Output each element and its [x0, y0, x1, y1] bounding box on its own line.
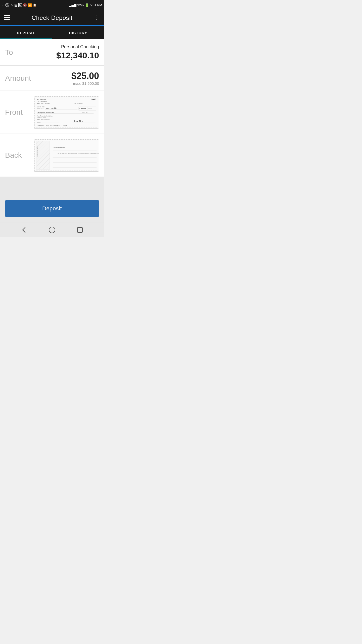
tab-history[interactable]: HISTORY: [52, 26, 104, 39]
svg-rect-49: [77, 227, 82, 232]
tab-deposit[interactable]: DEPOSIT: [0, 26, 52, 39]
home-circle-icon: [49, 226, 56, 233]
deposit-button[interactable]: Deposit: [5, 200, 99, 217]
svg-text:John Smith: John Smith: [45, 107, 56, 110]
recents-nav-button[interactable]: [74, 224, 85, 235]
svg-text:Jane Doe: Jane Doe: [74, 120, 83, 123]
amount-info: $25.00 max: $1,500.00: [71, 71, 99, 86]
svg-text:MEMO: MEMO: [37, 122, 40, 123]
bottom-area: Deposit: [0, 177, 104, 222]
back-row[interactable]: Back: [0, 134, 104, 177]
app-bar: Check Deposit ⋮: [0, 10, 104, 26]
svg-text:ENDORSE HERE: ENDORSE HERE: [36, 145, 38, 156]
battery-percent: 92%: [77, 3, 84, 7]
tab-bar: DEPOSIT HISTORY: [0, 26, 104, 39]
svg-text:Twenty-five and 0/100: Twenty-five and 0/100: [37, 111, 54, 113]
home-nav-button[interactable]: [47, 224, 58, 235]
back-nav-button[interactable]: [19, 224, 30, 235]
front-label: Front: [5, 108, 23, 116]
svg-text:PAY TO THE: PAY TO THE: [37, 106, 44, 108]
svg-text:Beach Town, CA 10045: Beach Town, CA 10045: [37, 119, 50, 120]
battery-icon: 🔋: [85, 3, 89, 7]
recents-square-icon: [76, 226, 83, 233]
status-icons-right: ▂▄▆ 92% 🔋 5:51 PM: [69, 3, 102, 7]
more-options-button[interactable]: ⋮: [94, 15, 100, 21]
account-name: Personal Checking: [56, 44, 99, 50]
amount-value: $25.00: [71, 71, 99, 81]
notification-icon: ···: [2, 4, 4, 7]
nfc-icon: N: [18, 3, 22, 7]
front-check-image[interactable]: Ms. Jane Doe 1234 Some Street Beach Town…: [34, 96, 99, 129]
svg-text:1000: 1000: [91, 98, 96, 101]
hamburger-line-3: [4, 19, 10, 20]
svg-text:DOLLARS: DOLLARS: [82, 112, 88, 113]
svg-text:$: $: [79, 108, 80, 109]
svg-text:Beach Town, CA 10045: Beach Town, CA 10045: [37, 103, 50, 104]
svg-text:For Mobile Deposit: For Mobile Deposit: [53, 146, 65, 148]
svg-text:Your Financial Institution: Your Financial Institution: [37, 115, 53, 117]
svg-text:Ms. Jane Doe: Ms. Jane Doe: [37, 99, 46, 100]
to-label: To: [5, 48, 13, 57]
wifi-icon: 📶: [28, 3, 32, 7]
account-info: Personal Checking $12,340.10: [56, 44, 99, 60]
status-icons-left: ··· % ⚠ ⬓ N 🔇 📶 📋: [2, 3, 36, 7]
hamburger-line-2: [4, 17, 10, 18]
to-row[interactable]: To Personal Checking $12,340.10: [0, 39, 104, 66]
svg-text:c000000186c  000000529c  1000: c000000186c 000000529c 1000: [37, 125, 67, 127]
svg-text:1234 Some Street: 1234 Some Street: [37, 101, 47, 102]
amount-row[interactable]: Amount $25.00 max: $1,500.00: [0, 66, 104, 91]
amount-max: max: $1,500.00: [71, 81, 99, 86]
mute-icon: 🔇: [23, 3, 27, 7]
front-row[interactable]: Front Ms. Jane Doe 1234 Some Street Beac…: [0, 91, 104, 134]
svg-text:324 Same Street: 324 Same Street: [37, 117, 46, 118]
signal-bars: ▂▄▆: [69, 3, 76, 7]
percent-icon: %: [5, 3, 9, 7]
back-check-image[interactable]: ENDORSE HERE For Mobile Deposit DO NOT W…: [34, 139, 99, 172]
amount-label: Amount: [5, 74, 31, 83]
deposit-form: To Personal Checking $12,340.10 Amount $…: [0, 39, 104, 177]
back-arrow-icon: [21, 226, 28, 233]
svg-text:DIGITS: DIGITS: [88, 108, 93, 109]
nav-bar: [0, 222, 104, 237]
bluetooth-icon: ⬓: [14, 3, 17, 7]
file-icon: 📋: [33, 4, 36, 7]
svg-rect-27: [88, 107, 88, 110]
app-title: Check Deposit: [32, 14, 73, 21]
svg-text:July 29, 2020: July 29, 2020: [74, 102, 83, 104]
svg-point-48: [49, 227, 55, 233]
status-bar: ··· % ⚠ ⬓ N 🔇 📶 📋 ▂▄▆ 92% 🔋 5:51 PM: [0, 0, 104, 10]
svg-text:ORDER OF: ORDER OF: [37, 108, 44, 109]
account-balance: $12,340.10: [56, 51, 99, 60]
svg-text:25.00: 25.00: [81, 107, 86, 110]
back-label: Back: [5, 151, 22, 159]
clock: 5:51 PM: [90, 3, 102, 7]
hamburger-menu-button[interactable]: [4, 15, 10, 20]
hamburger-line-1: [4, 15, 10, 16]
svg-text:DO NOT WRITE/STAMP/SIGN BELOW : DO NOT WRITE/STAMP/SIGN BELOW THIS LINE …: [58, 153, 99, 154]
warning-icon: ⚠: [10, 3, 13, 7]
